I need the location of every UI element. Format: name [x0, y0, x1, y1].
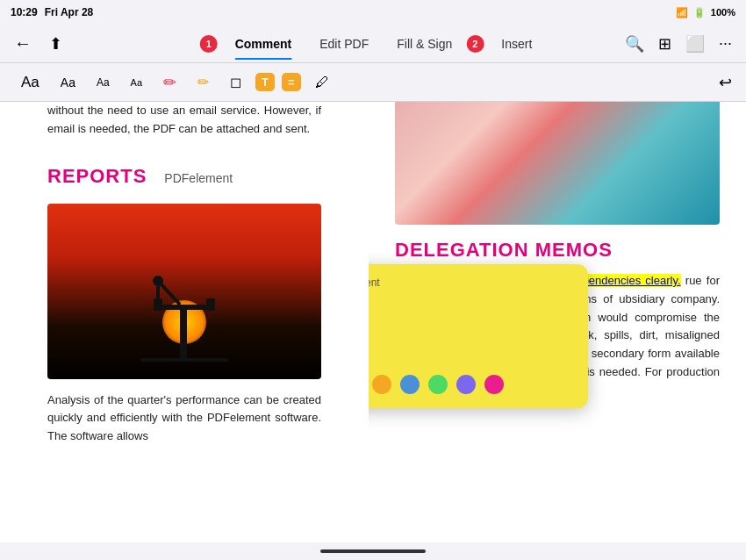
right-column: DELEGATION MEMOS es must be able to dele…: [369, 102, 746, 542]
pen-orange-btn[interactable]: ✏: [190, 70, 216, 94]
back-button[interactable]: ←: [14, 33, 32, 54]
color-pink-btn[interactable]: [484, 375, 504, 394]
status-day: Fri Apr 28: [45, 6, 94, 18]
home-indicator: [320, 549, 426, 553]
color-orange-btn[interactable]: [372, 375, 391, 394]
share-button[interactable]: ⬆: [49, 34, 62, 54]
oil-field-image: [47, 204, 321, 379]
battery-level: 100%: [711, 7, 735, 18]
popup-author: PDFelement: [369, 276, 574, 289]
svg-rect-7: [140, 358, 228, 362]
status-time: 10:29: [11, 6, 38, 18]
sticky-note-btn[interactable]: 🖊: [308, 71, 336, 94]
step-badge-1: 1: [200, 35, 218, 53]
eraser-btn[interactable]: ◻: [223, 70, 248, 94]
text-size-medium-btn[interactable]: Aa: [54, 72, 82, 93]
oil-pump-graphic: [132, 256, 237, 362]
window-icon[interactable]: ⬜: [685, 34, 705, 54]
text-size-xs-btn[interactable]: Aa: [124, 74, 149, 91]
left-column: without the need to use an email service…: [0, 102, 369, 542]
text-size-small-btn[interactable]: Aa: [90, 73, 117, 92]
highlight-btn[interactable]: T: [255, 73, 275, 91]
status-bar: 10:29 Fri Apr 28 📶 🔋 100%: [0, 0, 746, 25]
toolbar: Aa Aa Aa Aa ✏ ✏ ◻ T = 🖊 ↩: [0, 63, 746, 102]
header-photo: [395, 102, 720, 225]
battery-icon: 🔋: [693, 7, 706, 18]
svg-rect-2: [154, 298, 162, 311]
comment-popup: PDFelement ☆: [369, 264, 588, 408]
undo-button[interactable]: ↩: [719, 73, 732, 92]
tab-editpdf[interactable]: Edit PDF: [305, 30, 383, 58]
popup-actions: ☆: [369, 375, 574, 394]
bottom-bar: [0, 542, 746, 560]
svg-rect-1: [158, 305, 211, 310]
pre-reports-text: without the need to use an email service…: [47, 102, 321, 139]
pen-red-btn[interactable]: ✏: [156, 69, 183, 96]
underline-btn[interactable]: =: [282, 73, 301, 91]
color-green-btn[interactable]: [428, 375, 448, 394]
grid-icon[interactable]: ⊞: [658, 34, 671, 54]
main-content: without the need to use an email service…: [0, 102, 746, 542]
text-size-large-btn[interactable]: Aa: [14, 70, 47, 95]
tab-comment[interactable]: Comment: [221, 30, 306, 58]
pdfelement-watermark-left: PDFelement: [164, 171, 233, 185]
top-nav: ← ⬆ 1 Comment Edit PDF Fill & Sign 2 Ins…: [0, 25, 746, 63]
color-purple-btn[interactable]: [456, 375, 476, 394]
tab-insert[interactable]: Insert: [487, 30, 546, 58]
more-icon[interactable]: ···: [719, 34, 732, 53]
search-icon[interactable]: 🔍: [625, 34, 644, 54]
tab-fillsign[interactable]: Fill & Sign: [383, 30, 466, 58]
reports-heading: REPORTS: [47, 165, 147, 188]
delegation-heading: DELEGATION MEMOS: [395, 239, 720, 262]
step-badge-2: 2: [466, 35, 484, 53]
color-blue-btn[interactable]: [400, 375, 420, 394]
wifi-icon: 📶: [676, 7, 688, 18]
svg-rect-3: [206, 298, 215, 311]
popup-content-area[interactable]: [369, 294, 574, 364]
svg-rect-0: [180, 309, 187, 362]
bottom-left-text: Analysis of the quarter's performance ca…: [47, 391, 321, 446]
